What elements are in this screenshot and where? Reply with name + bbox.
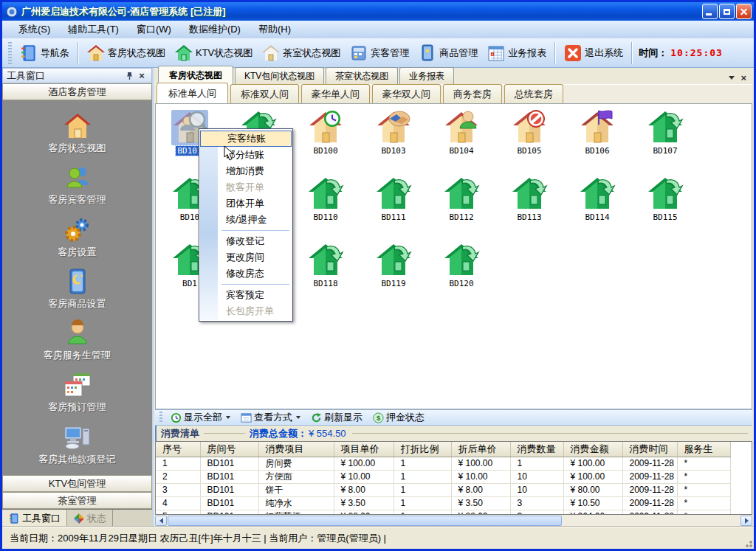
sidebar-item-4[interactable]: 客房服务生管理 [2,319,152,371]
context-menu-item-11[interactable]: 宾客预定 [199,287,292,303]
column-header-9[interactable]: 服务生 [677,442,730,457]
room-BD115[interactable]: BD115 [639,176,691,222]
sidebar-item-0[interactable]: 客房状态视图 [2,112,152,164]
context-menu-item-4[interactable]: 团体开单 [199,195,292,212]
table-row[interactable]: 4BD101纯净水¥ 3.501¥ 3.503¥ 10.502009-11-28… [156,496,730,510]
room-BD100[interactable]: BD100 [300,110,351,156]
column-header-8[interactable]: 消费时间 [622,442,677,457]
context-menu-item-8[interactable]: 更改房间 [199,249,292,266]
toolbar-button-room-status[interactable]: 客房状态视图 [82,41,170,65]
sidebar-item-label: 客房其他款项登记 [39,453,116,466]
maximize-button[interactable] [719,4,735,19]
context-menu-item-5[interactable]: 续/退押金 [199,212,292,228]
table-cell: 3 [156,483,200,496]
sidebar-tab-0[interactable]: 工具窗口 [2,510,67,527]
sidebar-item-3[interactable]: 客房商品设置 [2,268,152,319]
bottom-toolbar-button-view-mode[interactable]: 查看方式 [236,410,306,425]
column-header-3[interactable]: 项目单价 [334,442,394,457]
room-BD113[interactable]: BD113 [504,176,555,222]
context-menu-item-1[interactable]: 部分结账 [199,147,292,163]
subtab-5[interactable]: 总统套房 [504,84,563,103]
table-row[interactable]: 1BD101房间费¥ 100.001¥ 100.001¥ 100.002009-… [156,457,730,470]
menu-item-3[interactable]: 数据维护(D) [180,21,250,38]
h-scrollbar[interactable] [155,515,752,527]
menu-item-0[interactable]: 系统(S) [10,21,59,38]
menu-item-1[interactable]: 辅助工具(T) [59,21,128,38]
tab-3[interactable]: 业务报表 [399,67,454,84]
column-header-6[interactable]: 消费数量 [510,442,563,457]
tab-1[interactable]: KTV包间状态视图 [235,67,324,84]
tab-0[interactable]: 客房状态视图 [158,66,233,84]
resize-grip[interactable] [743,538,752,547]
scroll-thumb[interactable] [168,516,562,526]
toolbar-button-tea-status[interactable]: 茶室状态视图 [257,41,345,65]
column-header-5[interactable]: 折后单价 [451,442,510,457]
scroll-right-button[interactable] [740,516,752,526]
column-header-0[interactable]: 序号 [156,442,200,457]
panel-close-icon[interactable]: × [136,70,148,81]
subtab-2[interactable]: 豪华单人间 [301,84,370,103]
bottom-toolbar-button-clock[interactable]: 显示全部 [165,410,236,425]
group-button-ktv[interactable]: KTV包间管理 [2,475,152,492]
tab-2[interactable]: 茶室状态视图 [326,67,398,84]
pin-icon[interactable] [124,70,136,81]
room-BD114[interactable]: BD114 [571,176,623,222]
room-BD104[interactable]: BD104 [436,110,487,156]
bottom-toolbar-button-deposit[interactable]: $押金状态 [368,410,430,425]
column-header-2[interactable]: 消费项目 [258,442,334,457]
toolbar-button-label: 业务报表 [508,46,546,60]
sidebar-item-1[interactable]: 客房宾客管理 [2,164,152,215]
close-button[interactable]: ✕ [736,4,752,19]
subtab-3[interactable]: 豪华双人间 [372,84,441,103]
subtab-0[interactable]: 标准单人间 [157,83,228,103]
toolbar-button-report[interactable]: 业务报表 [482,41,551,65]
context-menu-item-0[interactable]: 宾客结账 [200,131,292,147]
toolbar-button-navigator[interactable]: 导航条 [15,41,74,65]
room-BD111[interactable]: BD111 [368,176,419,222]
room-BD112[interactable]: BD112 [436,176,487,222]
scroll-left-button[interactable] [155,516,167,526]
toolbar-drag-handle[interactable] [8,42,12,64]
room-BD110[interactable]: BD110 [300,176,351,222]
context-menu-item-7[interactable]: 修改登记 [199,233,292,249]
column-header-1[interactable]: 房间号 [200,442,258,457]
toolbar-button-guest-mgmt[interactable]: 宾客管理 [345,41,413,65]
context-menu-item-9[interactable]: 修改房态 [199,266,292,282]
table-cell: 1 [394,457,451,470]
room-BD119[interactable]: BD119 [368,243,419,288]
sidebar-item-5[interactable]: 客房预订管理 [2,371,152,423]
room-BD107[interactable]: BD107 [639,110,691,156]
column-header-4[interactable]: 打折比例 [394,442,451,457]
toolbar-button-goods-mgmt[interactable]: 商品管理 [413,41,482,65]
menu-item-2[interactable]: 窗口(W) [128,21,180,38]
context-menu-item-2[interactable]: 增加消费 [199,163,292,179]
room-id-label: BD118 [312,279,339,288]
table-row[interactable]: 5BD101红葡萄酒¥ 88.001¥ 88.003¥ 264.002009-1… [156,510,730,515]
toolbar-button-exit[interactable]: 退出系统 [559,41,628,65]
bottom-toolbar-button-refresh[interactable]: 刷新显示 [306,410,368,425]
minimize-button[interactable] [702,4,718,19]
room-BD120[interactable]: BD120 [436,243,487,288]
sidebar-tab-1[interactable]: 状态 [67,510,113,527]
room-BD118[interactable]: BD118 [300,243,351,288]
group-button-ktv-label: KTV包间管理 [49,477,106,491]
room-BD103[interactable]: BD103 [368,110,419,156]
column-header-7[interactable]: 消费金额 [563,442,622,457]
subtab-1[interactable]: 标准双人间 [230,84,299,103]
toolbar-button-ktv-status[interactable]: KTV状态视图 [170,41,257,65]
subtab-4[interactable]: 商务套房 [443,84,502,103]
tab-close-icon[interactable]: × [740,73,746,83]
group-button-tea[interactable]: 茶室管理 [2,492,152,509]
menu-item-4[interactable]: 帮助(H) [250,21,300,38]
tab-list-dropdown-icon[interactable] [729,76,735,80]
table-cell: 10 [510,483,563,496]
table-row[interactable]: 2BD101方便面¥ 10.001¥ 10.0010¥ 100.002009-1… [156,470,730,483]
sidebar-item-2[interactable]: 客房设置 [2,216,152,268]
group-header-hotel-room[interactable]: 酒店客房管理 [2,83,152,100]
room-BD106[interactable]: BD106 [571,110,623,156]
clock-icon [171,412,182,423]
bottom-toolbar-drag-handle[interactable] [159,412,162,423]
room-BD105[interactable]: BD105 [504,110,555,156]
sidebar-item-6[interactable]: 客房其他款项登记 [2,423,152,475]
table-row[interactable]: 3BD101饼干¥ 8.001¥ 8.0010¥ 80.002009-11-28… [156,483,730,496]
